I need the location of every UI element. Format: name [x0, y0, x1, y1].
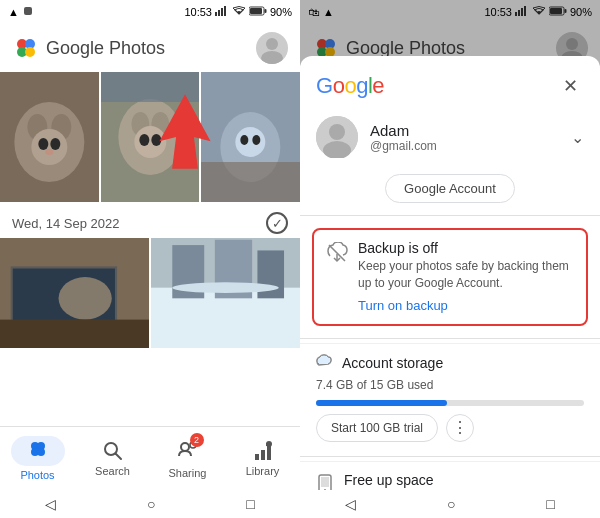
home-btn-right[interactable]: ○ [447, 496, 455, 512]
account-name: Adam [370, 122, 559, 139]
svg-point-28 [139, 134, 149, 146]
backup-off-icon [326, 242, 348, 269]
storage-actions: Start 100 GB trial ⋮ [316, 414, 584, 442]
back-btn-left[interactable]: ◁ [45, 496, 56, 512]
sharing-nav-label: Sharing [169, 467, 207, 479]
storage-bar-background [316, 400, 584, 406]
account-details: Adam @gmail.com [370, 122, 559, 153]
divider-2 [300, 338, 600, 339]
svg-rect-60 [266, 443, 268, 446]
svg-point-33 [236, 127, 266, 157]
svg-point-34 [241, 135, 249, 145]
date-check[interactable]: ✓ [266, 212, 288, 234]
left-panel: ▲ 10:53 90% [0, 0, 300, 518]
free-space-title: Free up space [344, 472, 584, 488]
svg-rect-57 [261, 450, 265, 460]
photos-nav-label: Photos [20, 469, 54, 481]
backup-description: Keep your photos safe by backing them up… [358, 258, 574, 292]
notification-dot [23, 6, 33, 18]
start-trial-button[interactable]: Start 100 GB trial [316, 414, 438, 442]
account-avatar [316, 116, 358, 158]
status-bar-left: ▲ 10:53 90% [0, 0, 300, 24]
svg-point-19 [31, 129, 67, 165]
wifi-icon [232, 6, 246, 18]
svg-line-53 [115, 454, 121, 460]
app-logo: Google Photos [12, 34, 165, 62]
storage-title: Account storage [342, 355, 443, 371]
nav-item-library[interactable]: Library [225, 432, 300, 485]
svg-point-47 [172, 282, 278, 293]
photo-cell-dog[interactable] [0, 238, 149, 348]
system-nav-left: ◁ ○ □ [0, 490, 300, 518]
signal-icon [215, 6, 229, 18]
backup-title: Backup is off [358, 240, 574, 256]
nav-item-photos[interactable]: Photos [0, 428, 75, 489]
svg-rect-80 [321, 477, 329, 487]
bottom-nav: Photos Search 2 Sharing [0, 426, 300, 490]
nav-item-search[interactable]: Search [75, 432, 150, 485]
sim-icon: ▲ [8, 6, 19, 18]
svg-rect-0 [24, 7, 32, 15]
google-logo: Google [316, 73, 384, 99]
svg-rect-2 [218, 10, 220, 16]
recents-btn-left[interactable]: □ [246, 496, 254, 512]
svg-point-51 [37, 448, 45, 456]
account-chevron-icon[interactable]: ⌄ [571, 128, 584, 147]
storage-more-button[interactable]: ⋮ [446, 414, 474, 442]
backup-text-block: Backup is off Keep your photos safe by b… [358, 240, 574, 314]
svg-point-21 [50, 138, 60, 150]
svg-rect-3 [221, 8, 223, 16]
storage-section: Account storage 7.4 GB of 15 GB used Sta… [300, 343, 600, 452]
nav-item-sharing[interactable]: 2 Sharing [150, 430, 225, 487]
svg-point-20 [38, 138, 48, 150]
app-title-left: Google Photos [46, 38, 165, 59]
account-email: @gmail.com [370, 139, 559, 153]
photo-cell-snow[interactable] [151, 238, 300, 348]
svg-rect-1 [215, 12, 217, 16]
battery-icon [249, 6, 267, 18]
storage-bar-fill [316, 400, 447, 406]
home-btn-left[interactable]: ○ [147, 496, 155, 512]
svg-point-75 [329, 124, 345, 140]
svg-rect-58 [267, 446, 271, 460]
svg-point-13 [261, 51, 283, 64]
user-avatar-left[interactable] [256, 32, 288, 64]
photo-grid: Wed, 14 Sep 2022 ✓ [0, 72, 300, 426]
svg-point-12 [266, 38, 278, 50]
photo-row-2 [0, 238, 300, 348]
modal-header: Google ✕ [300, 56, 600, 108]
photo-cell-2[interactable] [101, 72, 200, 202]
svg-rect-30 [101, 72, 200, 102]
photo-row-1 [0, 72, 300, 202]
date-label: Wed, 14 Sep 2022 [12, 216, 119, 231]
turn-on-backup-link[interactable]: Turn on backup [358, 298, 448, 313]
svg-point-11 [25, 47, 35, 57]
svg-point-29 [151, 134, 161, 146]
google-account-button[interactable]: Google Account [385, 174, 515, 203]
backup-section: Backup is off Keep your photos safe by b… [312, 228, 588, 326]
photo-cell-3[interactable] [201, 72, 300, 202]
svg-rect-41 [0, 320, 149, 348]
photo-cell-1[interactable] [0, 72, 99, 202]
svg-rect-4 [224, 6, 226, 16]
close-modal-button[interactable]: ✕ [556, 72, 584, 100]
library-nav-label: Library [246, 465, 280, 477]
battery-pct-left: 90% [270, 6, 292, 18]
left-time: 10:53 [184, 6, 212, 18]
svg-point-40 [59, 277, 112, 320]
search-nav-label: Search [95, 465, 130, 477]
svg-rect-56 [255, 454, 259, 460]
account-modal: Google ✕ Adam @gmail.com ⌄ Google Accoun… [300, 56, 600, 518]
google-photos-logo-icon [12, 34, 40, 62]
divider-1 [300, 215, 600, 216]
library-nav-icon [252, 440, 274, 462]
back-btn-right[interactable]: ◁ [345, 496, 356, 512]
divider-3 [300, 456, 600, 457]
storage-description: 7.4 GB of 15 GB used [316, 378, 584, 392]
account-info-row: Adam @gmail.com ⌄ [300, 108, 600, 166]
photos-nav-icon [27, 438, 49, 460]
recents-btn-right[interactable]: □ [546, 496, 554, 512]
svg-point-27 [134, 126, 166, 158]
svg-point-35 [253, 135, 261, 145]
svg-rect-7 [250, 8, 262, 14]
